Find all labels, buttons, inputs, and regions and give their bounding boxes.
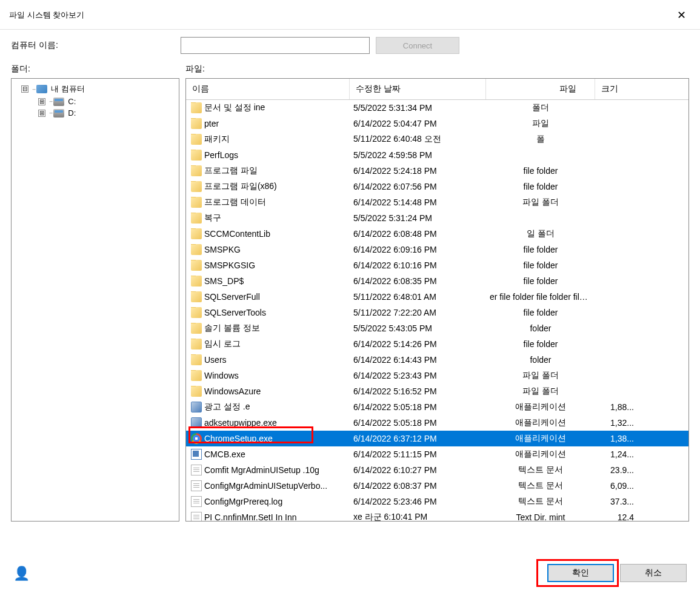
file-type: file folder — [486, 260, 595, 270]
file-row[interactable]: SQLServerTools5/11/2022 7:22:20 AMfile f… — [186, 305, 688, 320]
file-row[interactable]: SMSPKGSIG6/14/2022 6:10:16 PMfile folder — [186, 257, 688, 273]
file-row[interactable]: Windows6/14/2022 5:23:43 PM파일 폴더 — [186, 368, 688, 383]
file-size: 1,24... — [595, 449, 641, 459]
cancel-button[interactable]: 취소 — [620, 564, 687, 582]
file-name: SCCMContentLib — [204, 229, 270, 239]
file-name: Users — [204, 355, 227, 365]
file-name: SMSPKGSIG — [204, 260, 255, 270]
file-name: 임시 로그 — [204, 339, 241, 350]
file-name: 패키지 — [204, 134, 230, 145]
file-row[interactable]: 복구5/5/2022 5:31:24 PM — [186, 210, 688, 226]
file-date: 6/14/2022 6:08:48 PM — [350, 229, 486, 239]
file-date: 6/14/2022 6:09:16 PM — [350, 245, 486, 254]
file-row[interactable]: CMCB.exe6/14/2022 5:11:15 PM애플리케이션1,24..… — [186, 446, 688, 462]
folder-icon — [191, 181, 202, 192]
ok-button[interactable]: 확인 — [547, 564, 614, 582]
file-date: 6/14/2022 5:14:26 PM — [350, 339, 486, 349]
folder-label: 폴더: — [11, 64, 185, 75]
file-type: Text Dir. mint — [486, 512, 595, 521]
file-row[interactable]: SMS_DP$6/14/2022 6:08:35 PMfile folder — [186, 273, 688, 289]
file-row[interactable]: ConfigMgrPrereq.log6/14/2022 5:23:46 PM텍… — [186, 494, 688, 509]
expander-plus-icon[interactable]: ⊞ — [38, 98, 45, 105]
file-row[interactable]: 광고 설정 .e6/14/2022 5:05:18 PM애플리케이션1,88..… — [186, 399, 688, 415]
file-type: 애플리케이션 — [486, 402, 595, 412]
file-name: WindowsAzure — [204, 386, 261, 396]
file-row[interactable]: 프로그램 파일(x86)6/14/2022 6:07:56 PMfile fol… — [186, 179, 688, 194]
connect-button[interactable]: Connect — [376, 37, 459, 54]
file-type: 파일 폴더 — [486, 370, 595, 381]
exe-icon — [191, 402, 202, 412]
file-type: 파일 폴더 — [486, 197, 595, 208]
tree-drive-label: C: — [68, 97, 76, 106]
file-list-header: 이름 수정한 날짜 파일 크기 — [186, 79, 688, 100]
folder-icon — [191, 354, 202, 365]
file-date: 5/11/2022 6:40:48 오전 — [350, 134, 486, 145]
file-row[interactable]: 프로그램 파일6/14/2022 5:24:18 PMfile folder — [186, 163, 688, 179]
tree-drive-c[interactable]: ⊞ ··· C: — [14, 96, 176, 107]
column-name[interactable]: 이름 — [186, 79, 350, 99]
file-date: 6/14/2022 6:08:35 PM — [350, 276, 486, 286]
folder-icon — [191, 370, 202, 381]
file-size: 37.3... — [595, 497, 641, 506]
tree-root-label: 내 컴퓨터 — [51, 84, 85, 94]
computer-name-input[interactable] — [181, 37, 370, 54]
file-row[interactable]: PerfLogs5/5/2022 4:59:58 PM — [186, 147, 688, 163]
file-type: 텍스트 문서 — [486, 480, 595, 491]
chrome-icon — [191, 433, 202, 444]
file-type: 폴더 — [486, 102, 595, 113]
file-row[interactable]: SCCMContentLib6/14/2022 6:08:48 PM일 폴더 — [186, 226, 688, 242]
person-icon[interactable]: 👤 — [13, 566, 28, 580]
file-date: 6/14/2022 5:05:18 PM — [350, 402, 486, 412]
exe-icon — [191, 417, 202, 428]
file-type: folder — [486, 355, 595, 365]
folder-tree[interactable]: ⊟ ··· 내 컴퓨터 ⊞ ··· C: ⊞ ··· D: — [11, 78, 179, 522]
doc-icon — [191, 465, 202, 475]
file-name: Comfit MgrAdminUISetup .10g — [204, 465, 319, 475]
file-row[interactable]: 임시 로그6/14/2022 5:14:26 PMfile folder — [186, 336, 688, 352]
file-row[interactable]: adksetupwippe.exe6/14/2022 5:05:18 PM애플리… — [186, 415, 688, 431]
tree-drive-d[interactable]: ⊞ ··· D: — [14, 107, 176, 119]
file-name: 문서 및 설정 ine — [204, 102, 265, 113]
file-row[interactable]: SQLServerFull5/11/2022 6:48:01 AMer file… — [186, 289, 688, 305]
file-date: 6/14/2022 6:14:43 PM — [350, 355, 486, 365]
file-date: 6/14/2022 5:23:43 PM — [350, 371, 486, 380]
file-name: 광고 설정 .e — [204, 402, 250, 412]
file-row[interactable]: 문서 및 설정 ine5/5/2022 5:31:34 PM폴더 — [186, 100, 688, 116]
computer-icon — [36, 85, 47, 93]
folder-icon — [191, 323, 202, 334]
folder-icon — [191, 307, 202, 318]
file-name: PI C.nnfinMnr.SetI In Inn — [204, 512, 297, 521]
file-row[interactable]: Users6/14/2022 6:14:43 PMfolder — [186, 352, 688, 368]
file-type: 파일 — [486, 118, 595, 129]
main-panels: ⊟ ··· 내 컴퓨터 ⊞ ··· C: ⊞ ··· D: 이름 수정한 날짜 — [11, 78, 689, 522]
file-type: er file folder file folder file folder f… — [486, 292, 595, 302]
file-row[interactable]: Comfit MgrAdminUISetup .10g6/14/2022 6:1… — [186, 462, 688, 478]
expander-plus-icon[interactable]: ⊞ — [38, 110, 45, 117]
file-name: SQLServerFull — [204, 292, 260, 302]
close-icon[interactable]: ✕ — [672, 6, 691, 24]
file-type: 애플리케이션 — [486, 417, 595, 428]
file-row[interactable]: pter6/14/2022 5:04:47 PM파일 — [186, 116, 688, 131]
file-row[interactable]: ChromeSetup.exe6/14/2022 6:37:12 PM애플리케이… — [186, 431, 688, 446]
file-name: 프로그램 파일(x86) — [204, 181, 277, 192]
file-date: 6/14/2022 5:24:18 PM — [350, 166, 486, 176]
file-row[interactable]: 솔기 볼륨 정보5/5/2022 5:43:05 PMfolder — [186, 320, 688, 336]
file-row[interactable]: WindowsAzure6/14/2022 5:16:52 PM파일 폴더 — [186, 383, 688, 399]
file-name: adksetupwippe.exe — [204, 418, 277, 428]
file-list-body[interactable]: 문서 및 설정 ine5/5/2022 5:31:34 PM폴더pter6/14… — [186, 100, 688, 521]
file-row[interactable]: 패키지5/11/2022 6:40:48 오전폴 — [186, 131, 688, 147]
file-row[interactable]: ConfigMgrAdminUISetupVerbo...6/14/2022 6… — [186, 478, 688, 494]
file-row[interactable]: 프로그램 데이터6/14/2022 5:14:48 PM파일 폴더 — [186, 194, 688, 210]
file-type: 애플리케이션 — [486, 433, 595, 444]
file-row[interactable]: PI C.nnfinMnr.SetI In Innxe 라군 6:10:41 P… — [186, 509, 688, 521]
tree-root-node[interactable]: ⊟ ··· 내 컴퓨터 — [14, 82, 176, 96]
column-type[interactable]: 파일 — [486, 79, 595, 99]
computer-name-row: 컴퓨터 이름: Connect — [11, 37, 689, 54]
file-date: 5/5/2022 4:59:58 PM — [350, 150, 486, 160]
file-row[interactable]: SMSPKG6/14/2022 6:09:16 PMfile folder — [186, 242, 688, 257]
column-date[interactable]: 수정한 날짜 — [350, 79, 486, 99]
folder-icon — [191, 150, 202, 161]
expander-minus-icon[interactable]: ⊟ — [21, 85, 28, 93]
file-type: 텍스트 문서 — [486, 465, 595, 475]
column-size[interactable]: 크기 — [595, 79, 641, 99]
